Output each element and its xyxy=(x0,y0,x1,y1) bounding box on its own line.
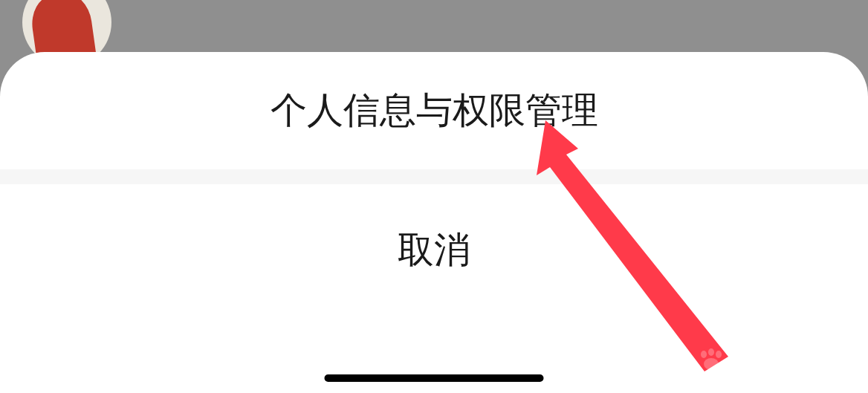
section-divider xyxy=(0,169,868,184)
option-label: 个人信息与权限管理 xyxy=(271,86,598,135)
action-sheet: 个人信息与权限管理 取消 xyxy=(0,52,868,393)
cancel-label: 取消 xyxy=(398,226,470,275)
home-indicator[interactable] xyxy=(325,374,544,382)
option-personal-info-permissions[interactable]: 个人信息与权限管理 xyxy=(0,52,868,169)
cancel-button[interactable]: 取消 xyxy=(0,184,868,316)
